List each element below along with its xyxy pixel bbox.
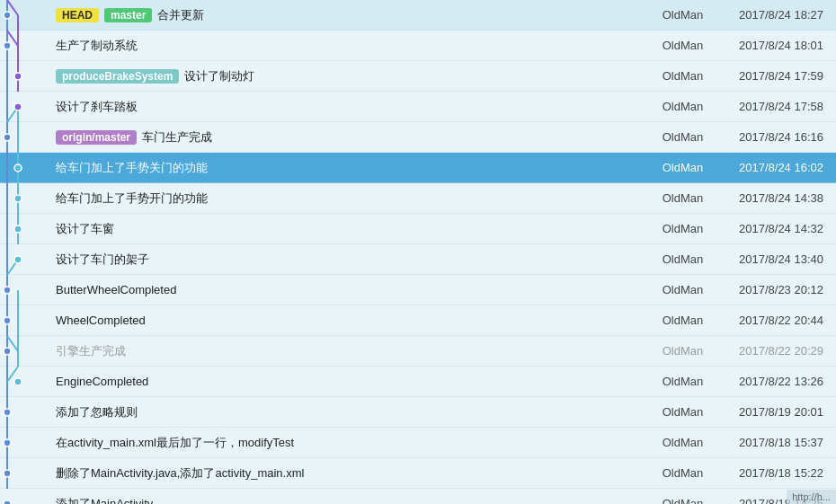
message-col: ButterWheelCompleted — [54, 283, 654, 296]
message-col: 添加了MainActivity — [54, 496, 654, 505]
branch-tag-master: master — [104, 8, 152, 22]
date-col: 2017/8/22 20:44 — [712, 314, 829, 327]
date-col: 2017/8/24 17:58 — [712, 100, 829, 113]
graph-col — [0, 0, 54, 31]
svg-point-27 — [14, 225, 22, 233]
message-col: 生产了制动系统 — [54, 38, 654, 54]
date-col: 2017/8/24 14:32 — [712, 222, 829, 235]
svg-point-15 — [14, 103, 22, 111]
svg-point-37 — [4, 317, 11, 324]
graph-col — [0, 244, 54, 275]
graph-col — [0, 397, 54, 428]
author-col: OldMan — [654, 314, 712, 327]
branch-tag-branch: produceBrakeSystem — [56, 69, 179, 84]
table-row[interactable]: 生产了制动系统OldMan2017/8/24 18:01 — [0, 31, 836, 61]
message-col: 给车门加上了手势关门的功能 — [54, 160, 654, 176]
date-col: 2017/8/24 16:02 — [712, 161, 829, 174]
commit-message: 车门生产完成 — [142, 129, 212, 146]
commit-message: 生产了制动系统 — [56, 38, 138, 54]
date-col: 2017/8/18 15:37 — [712, 436, 829, 449]
table-row[interactable]: ButterWheelCompletedOldMan2017/8/23 20:1… — [0, 275, 836, 305]
commit-message: ButterWheelCompleted — [56, 283, 176, 296]
table-row[interactable]: origin/master车门生产完成OldMan2017/8/24 16:16 — [0, 122, 836, 153]
git-log: HEADmaster合并更新OldMan2017/8/24 18:27生产了制动… — [0, 0, 836, 504]
table-row[interactable]: produceBrakeSystem设计了制动灯OldMan2017/8/24 … — [0, 61, 836, 92]
message-col: 删除了MainActivity.java,添加了activity_main.xm… — [54, 465, 654, 482]
author-col: OldMan — [654, 436, 712, 449]
message-col: HEADmaster合并更新 — [54, 7, 654, 23]
graph-col — [0, 336, 54, 367]
graph-col — [0, 61, 54, 92]
commit-message: 设计了车窗 — [56, 221, 114, 237]
svg-point-24 — [14, 195, 22, 202]
table-row[interactable]: 设计了刹车踏板OldMan2017/8/24 17:58 — [0, 92, 836, 122]
author-col: OldMan — [654, 100, 712, 113]
branch-tag-origin: origin/master — [56, 130, 137, 145]
svg-point-31 — [14, 256, 22, 263]
date-col: 2017/8/22 20:29 — [712, 344, 829, 358]
date-col: 2017/8/24 16:16 — [712, 130, 829, 144]
table-row[interactable]: 给车门加上了手势关门的功能OldMan2017/8/24 16:02 — [0, 153, 836, 183]
table-row[interactable]: 在activity_main.xml最后加了一行，modifyTestOldMa… — [0, 428, 836, 458]
table-row[interactable]: 设计了车门的架子OldMan2017/8/24 13:40 — [0, 244, 836, 275]
svg-point-47 — [4, 409, 11, 416]
commit-message: 在activity_main.xml最后加了一行，modifyTest — [56, 435, 294, 451]
author-col: OldMan — [654, 161, 712, 174]
graph-col — [0, 31, 54, 61]
table-row[interactable]: 设计了车窗OldMan2017/8/24 14:32 — [0, 214, 836, 244]
table-row[interactable]: 添加了MainActivityOldMan2017/8/18 14:25 — [0, 489, 836, 504]
table-row[interactable]: 添加了忽略规则OldMan2017/8/19 20:01 — [0, 397, 836, 428]
author-col: OldMan — [654, 39, 712, 52]
commit-message: EngineCompleted — [56, 375, 148, 388]
svg-point-53 — [4, 500, 11, 505]
commit-message: WheelCompleted — [56, 314, 146, 327]
graph-col — [0, 275, 54, 305]
message-col: 给车门加上了手势开门的功能 — [54, 190, 654, 207]
author-col: OldMan — [654, 283, 712, 296]
svg-point-49 — [4, 439, 11, 447]
graph-col — [0, 214, 54, 244]
date-col: 2017/8/23 20:12 — [712, 283, 829, 296]
graph-col — [0, 183, 54, 214]
date-col: 2017/8/24 18:01 — [712, 39, 829, 52]
branch-tag-head: HEAD — [56, 8, 99, 22]
message-col: 在activity_main.xml最后加了一行，modifyTest — [54, 435, 654, 451]
svg-point-18 — [4, 134, 11, 141]
message-col: WheelCompleted — [54, 314, 654, 327]
author-col: OldMan — [654, 375, 712, 388]
table-row[interactable]: 删除了MainActivity.java,添加了activity_main.xm… — [0, 458, 836, 489]
svg-point-41 — [4, 348, 11, 355]
message-col: 设计了车窗 — [54, 221, 654, 237]
commit-message: 给车门加上了手势开门的功能 — [56, 190, 208, 207]
svg-point-51 — [4, 470, 11, 477]
graph-col — [0, 367, 54, 397]
date-col: 2017/8/24 17:59 — [712, 69, 829, 83]
svg-point-3 — [4, 12, 11, 19]
table-row[interactable]: WheelCompletedOldMan2017/8/22 20:44 — [0, 305, 836, 336]
table-row[interactable]: 引擎生产完成OldMan2017/8/22 20:29 — [0, 336, 836, 367]
graph-col — [0, 305, 54, 336]
svg-point-45 — [14, 378, 22, 385]
message-col: 引擎生产完成 — [54, 343, 654, 359]
commit-message: 设计了刹车踏板 — [56, 99, 138, 115]
message-col: 设计了车门的架子 — [54, 252, 654, 268]
message-col: EngineCompleted — [54, 375, 654, 388]
commit-message: 添加了忽略规则 — [56, 404, 138, 420]
date-col: 2017/8/19 20:01 — [712, 405, 829, 419]
graph-col — [0, 428, 54, 458]
date-col: 2017/8/18 15:22 — [712, 466, 829, 480]
author-col: OldMan — [654, 191, 712, 205]
author-col: OldMan — [654, 252, 712, 266]
svg-point-7 — [4, 42, 11, 49]
commit-message: 引擎生产完成 — [56, 343, 126, 359]
table-row[interactable]: EngineCompletedOldMan2017/8/22 13:26 — [0, 367, 836, 397]
table-row[interactable]: 给车门加上了手势开门的功能OldMan2017/8/24 14:38 — [0, 183, 836, 214]
table-row[interactable]: HEADmaster合并更新OldMan2017/8/24 18:27 — [0, 0, 836, 31]
message-col: origin/master车门生产完成 — [54, 129, 654, 146]
commit-message: 删除了MainActivity.java,添加了activity_main.xm… — [56, 465, 304, 482]
author-col: OldMan — [654, 130, 712, 144]
date-col: 2017/8/22 13:26 — [712, 375, 829, 388]
author-col: OldMan — [654, 222, 712, 235]
commit-message: 合并更新 — [157, 7, 204, 23]
commit-message: 设计了制动灯 — [184, 68, 254, 84]
